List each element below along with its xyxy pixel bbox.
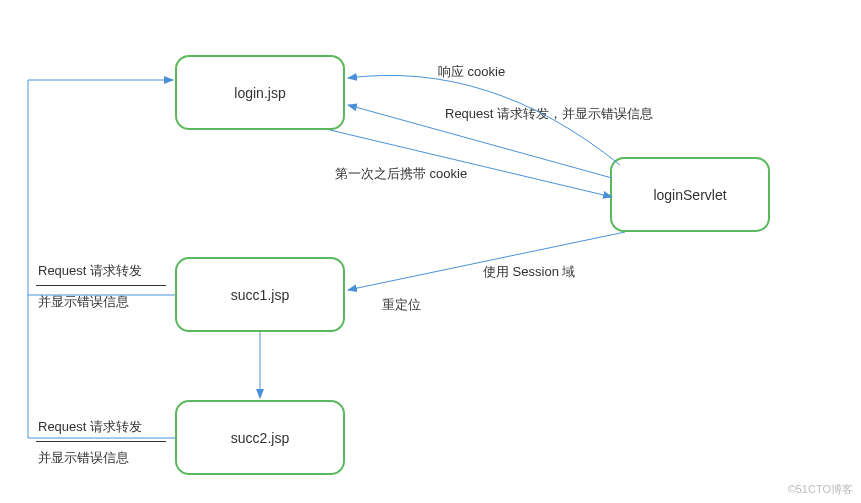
separator-icon	[36, 285, 166, 286]
arrow-succ2-to-login	[28, 295, 175, 438]
label-request-forward-error: Request 请求转发，并显示错误信息	[445, 105, 653, 123]
separator-icon	[36, 441, 166, 442]
label-response-cookie: 响应 cookie	[438, 63, 505, 81]
node-label: loginServlet	[653, 187, 726, 203]
label-req-forward-1a: Request 请求转发	[38, 262, 142, 280]
node-login-servlet: loginServlet	[610, 157, 770, 232]
node-label: login.jsp	[234, 85, 285, 101]
node-login-jsp: login.jsp	[175, 55, 345, 130]
arrow-servlet-to-succ1	[348, 232, 625, 290]
label-use-session: 使用 Session 域	[483, 263, 575, 281]
node-succ1-jsp: succ1.jsp	[175, 257, 345, 332]
node-label: succ2.jsp	[231, 430, 289, 446]
label-redirect: 重定位	[382, 296, 421, 314]
label-req-forward-1b: 并显示错误信息	[38, 293, 129, 311]
label-req-forward-2a: Request 请求转发	[38, 418, 142, 436]
label-carry-cookie: 第一次之后携带 cookie	[335, 165, 467, 183]
node-label: succ1.jsp	[231, 287, 289, 303]
node-succ2-jsp: succ2.jsp	[175, 400, 345, 475]
arrow-login-to-servlet	[330, 130, 612, 197]
watermark: ©51CTO博客	[788, 482, 853, 497]
label-req-forward-2b: 并显示错误信息	[38, 449, 129, 467]
